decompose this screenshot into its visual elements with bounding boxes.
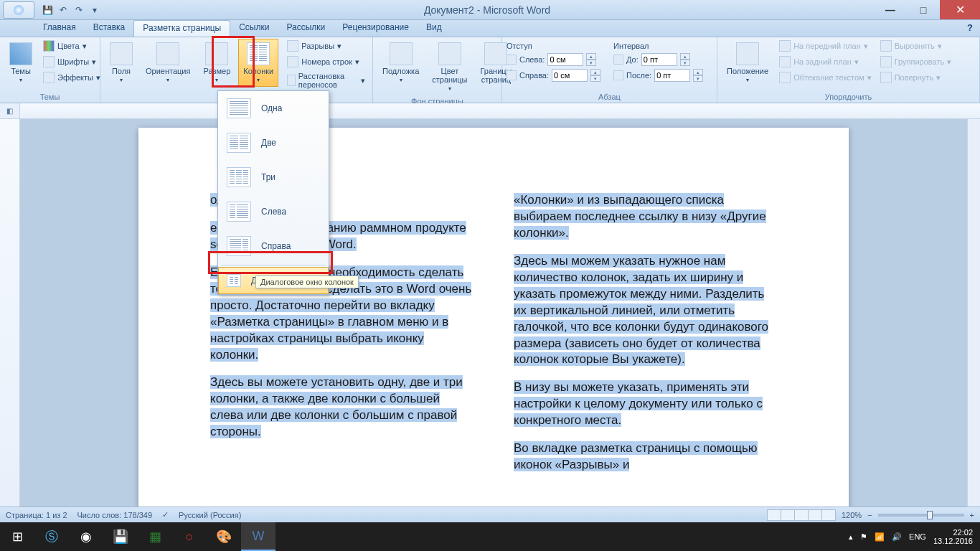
send-back-button[interactable]: На задний план ▾ — [776, 55, 875, 69]
view-full-screen[interactable] — [781, 509, 795, 521]
spacing-after-input[interactable] — [654, 69, 690, 82]
indent-label: Отступ — [507, 42, 600, 50]
columns-left[interactable]: Слева — [218, 194, 329, 229]
spin-down[interactable]: ▾ — [586, 60, 596, 66]
taskbar-word[interactable]: W — [241, 522, 275, 551]
tray-clock[interactable]: 22:0213.12.2016 — [933, 528, 973, 545]
spin-up[interactable]: ▴ — [680, 53, 690, 60]
indent-right-input[interactable] — [552, 69, 588, 82]
tab-insert[interactable]: Вставка — [85, 20, 134, 37]
tab-home[interactable]: Главная — [34, 20, 85, 37]
columns-three[interactable]: Три — [218, 160, 329, 194]
spin-down[interactable]: ▾ — [590, 75, 600, 82]
colors-icon — [43, 40, 55, 52]
breaks-button[interactable]: Разрывы ▾ — [284, 39, 368, 53]
start-button[interactable]: ⊞ — [0, 522, 34, 551]
page-viewport[interactable]: олбцы в Ворде ема посвящена созданию рам… — [20, 119, 967, 514]
redo-icon[interactable]: ↷ — [73, 4, 85, 16]
minimize-button[interactable]: — — [874, 0, 907, 19]
group-paragraph: Отступ Слева:▴▾ Справа:▴▾ Интервал До:▴▾… — [502, 37, 717, 103]
columns-right[interactable]: Справа — [218, 229, 329, 263]
tray-chevron-icon[interactable]: ▴ — [849, 532, 853, 542]
group-themes: Темы▾ Цвета ▾ Шрифты ▾ Эффекты ▾ Темы — [0, 37, 100, 103]
status-proofing-icon[interactable]: ✓ — [162, 510, 169, 519]
tray-flag-icon[interactable]: ⚑ — [860, 532, 867, 542]
view-print-layout[interactable] — [767, 509, 781, 521]
taskbar-chrome[interactable]: ◉ — [69, 522, 103, 551]
columns-one[interactable]: Одна — [218, 91, 329, 126]
tab-view[interactable]: Вид — [418, 20, 451, 37]
view-draft[interactable] — [821, 509, 836, 521]
spin-up[interactable]: ▴ — [586, 53, 596, 60]
taskbar-save[interactable]: 💾 — [103, 522, 138, 551]
zoom-in[interactable]: + — [970, 511, 974, 519]
orientation-button[interactable]: Ориентация▾ — [141, 39, 195, 87]
spin-down[interactable]: ▾ — [693, 75, 703, 82]
tray-volume-icon[interactable]: 🔊 — [892, 532, 902, 542]
margins-button[interactable]: Поля▾ — [105, 39, 138, 87]
theme-colors[interactable]: Цвета ▾ — [40, 39, 103, 53]
line-numbers-icon — [287, 56, 298, 67]
taskbar-skype[interactable]: Ⓢ — [34, 522, 69, 551]
columns-dropdown: Одна Две Три Слева Справа Другие колонки… — [217, 90, 329, 295]
line-numbers-button[interactable]: Номера строк ▾ — [284, 55, 368, 69]
status-page[interactable]: Страница: 1 из 2 — [6, 511, 67, 519]
theme-fonts[interactable]: Шрифты ▾ — [40, 55, 103, 69]
taskbar-paint[interactable]: 🎨 — [207, 522, 241, 551]
vertical-ruler[interactable] — [0, 119, 20, 514]
maximize-button[interactable]: □ — [907, 0, 940, 19]
tray-language[interactable]: ENG — [909, 532, 926, 541]
bring-front-button[interactable]: На передний план ▾ — [776, 39, 875, 53]
tab-page-layout[interactable]: Разметка страницы — [133, 20, 230, 37]
columns-two[interactable]: Две — [218, 126, 329, 160]
ruler-horizontal-row: ◧ — [0, 103, 980, 119]
group-icon — [880, 56, 892, 67]
rotate-icon — [880, 72, 892, 83]
office-button[interactable] — [3, 1, 34, 19]
undo-icon[interactable]: ↶ — [57, 4, 69, 16]
status-words[interactable]: Число слов: 178/349 — [77, 511, 153, 519]
left-column-icon — [227, 202, 251, 222]
theme-effects[interactable]: Эффекты ▾ — [40, 70, 103, 85]
spin-down[interactable]: ▾ — [680, 60, 690, 66]
vertical-scrollbar[interactable] — [967, 119, 980, 514]
zoom-level[interactable]: 120% — [842, 511, 862, 519]
page-color-button[interactable]: Цвет страницы▾ — [427, 39, 472, 95]
indent-left-input[interactable] — [547, 53, 583, 66]
columns-button[interactable]: Колонки▾ — [238, 39, 278, 87]
save-icon[interactable]: 💾 — [42, 4, 53, 16]
watermark-button[interactable]: Подложка▾ — [377, 39, 424, 87]
spacing-before-input[interactable] — [641, 53, 677, 66]
tray-network-icon[interactable]: 📶 — [875, 532, 885, 542]
hyphenation-button[interactable]: Расстановка переносов ▾ — [284, 70, 368, 90]
rotate-button[interactable]: Повернуть ▾ — [877, 70, 955, 85]
position-button[interactable]: Положение▾ — [722, 39, 773, 87]
selected-text: В низу вы можете указать, применять эти … — [514, 380, 763, 427]
zoom-thumb[interactable] — [927, 511, 933, 519]
zoom-slider[interactable] — [878, 514, 964, 517]
ruler-corner[interactable]: ◧ — [0, 103, 20, 118]
align-button[interactable]: Выровнять ▾ — [877, 39, 955, 53]
themes-button[interactable]: Темы▾ — [4, 39, 37, 87]
qat-customize-icon[interactable]: ▾ — [89, 4, 100, 16]
taskbar-excel[interactable]: ▦ — [138, 522, 172, 551]
taskbar-opera[interactable]: ○ — [172, 522, 207, 551]
view-outline[interactable] — [808, 509, 822, 521]
group-button[interactable]: Группировать ▾ — [877, 55, 955, 69]
size-button[interactable]: Размер▾ — [198, 39, 235, 87]
help-button[interactable]: ? — [960, 20, 980, 37]
view-web-layout[interactable] — [794, 509, 809, 521]
tab-review[interactable]: Рецензирование — [334, 20, 418, 37]
horizontal-ruler[interactable] — [20, 103, 980, 118]
tab-references[interactable]: Ссылки — [230, 20, 278, 37]
close-button[interactable]: ✕ — [940, 0, 980, 19]
tab-mailings[interactable]: Рассылки — [278, 20, 334, 37]
spin-up[interactable]: ▴ — [590, 69, 600, 75]
spin-up[interactable]: ▴ — [693, 69, 703, 75]
text-wrap-button[interactable]: Обтекание текстом ▾ — [776, 70, 875, 85]
selected-text: Здесь вы можете установить одну, две и т… — [210, 375, 463, 438]
text-column-2[interactable]: «Колонки» и из выпадающего списка выбира… — [514, 192, 777, 485]
status-language[interactable]: Русский (Россия) — [179, 511, 241, 519]
zoom-out[interactable]: − — [867, 511, 872, 519]
selected-text: Во вкладке разметка страницы с помощью и… — [514, 441, 758, 471]
